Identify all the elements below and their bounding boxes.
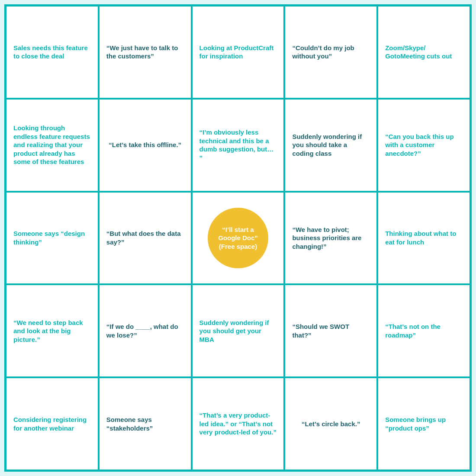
bingo-cell-r3c2[interactable]: Suddenly wondering if you should get you… [192, 284, 285, 377]
cell-text-r3c2: Suddenly wondering if you should get you… [199, 318, 277, 344]
cell-text-r1c4: “Can you back this up with a customer an… [385, 132, 463, 158]
bingo-cell-r1c2[interactable]: “I’m obviously less technical and this b… [192, 99, 285, 192]
bingo-cell-r0c1[interactable]: “We just have to talk to the customers” [99, 6, 192, 99]
cell-text-r0c1: “We just have to talk to the customers” [106, 44, 184, 61]
cell-text-r4c3: “Let’s circle back.” [302, 420, 360, 428]
cell-text-r1c2: “I’m obviously less technical and this b… [199, 128, 277, 162]
cell-text-r2c4: Thinking about what to eat for lunch [385, 229, 463, 246]
bingo-board: Sales needs this feature to close the de… [4, 4, 472, 472]
bingo-cell-r4c0[interactable]: Considering registering for another webi… [6, 377, 99, 470]
bingo-cell-r3c0[interactable]: “We need to step back and look at the bi… [6, 284, 99, 377]
cell-text-r4c0: Considering registering for another webi… [13, 415, 91, 432]
cell-text-r3c3: “Should we SWOT that?” [292, 322, 370, 339]
free-space-circle: “I’ll start a Google Doc” (Free space) [208, 208, 268, 268]
bingo-cell-r4c2[interactable]: “That’s a very product-led idea.” or “Th… [192, 377, 285, 470]
bingo-cell-r2c2[interactable]: “I’ll start a Google Doc” (Free space) [192, 192, 285, 285]
bingo-cell-r0c4[interactable]: Zoom/Skype/ GotoMeeting cuts out [377, 6, 470, 99]
cell-text-r3c1: “If we do ____, what do we lose?” [106, 322, 184, 339]
cell-text-r2c3: “We have to pivot; business priorities a… [292, 225, 370, 251]
bingo-cell-r3c1[interactable]: “If we do ____, what do we lose?” [99, 284, 192, 377]
bingo-cell-r2c0[interactable]: Someone says “design thinking” [6, 192, 99, 285]
bingo-cell-r0c2[interactable]: Looking at ProductCraft for inspiration [192, 6, 285, 99]
cell-text-r1c0: Looking through endless feature requests… [13, 124, 91, 166]
bingo-cell-r3c3[interactable]: “Should we SWOT that?” [284, 284, 377, 377]
free-space-label: “I’ll start a Google Doc” (Free space) [215, 225, 261, 251]
bingo-cell-r2c3[interactable]: “We have to pivot; business priorities a… [284, 192, 377, 285]
bingo-cell-r4c3[interactable]: “Let’s circle back.” [284, 377, 377, 470]
cell-text-r3c4: “That’s not on the roadmap” [385, 322, 463, 339]
cell-text-r2c1: “But what does the data say?” [106, 229, 184, 246]
bingo-cell-r2c4[interactable]: Thinking about what to eat for lunch [377, 192, 470, 285]
bingo-cell-r2c1[interactable]: “But what does the data say?” [99, 192, 192, 285]
bingo-cell-r4c1[interactable]: Someone says “stakeholders” [99, 377, 192, 470]
cell-text-r4c4: Someone brings up “product ops” [385, 415, 463, 432]
cell-text-r0c4: Zoom/Skype/ GotoMeeting cuts out [385, 44, 463, 61]
bingo-cell-r1c0[interactable]: Looking through endless feature requests… [6, 99, 99, 192]
bingo-cell-r1c3[interactable]: Suddenly wondering if you should take a … [284, 99, 377, 192]
cell-text-r0c2: Looking at ProductCraft for inspiration [199, 44, 277, 61]
bingo-cell-r4c4[interactable]: Someone brings up “product ops” [377, 377, 470, 470]
cell-text-r3c0: “We need to step back and look at the bi… [13, 318, 91, 344]
cell-text-r2c0: Someone says “design thinking” [13, 229, 91, 246]
bingo-cell-r3c4[interactable]: “That’s not on the roadmap” [377, 284, 470, 377]
cell-text-r4c1: Someone says “stakeholders” [106, 415, 184, 432]
cell-text-r1c1: “Let’s take this offline.” [109, 141, 181, 149]
bingo-cell-r1c4[interactable]: “Can you back this up with a customer an… [377, 99, 470, 192]
bingo-cell-r0c3[interactable]: “Couldn’t do my job without you” [284, 6, 377, 99]
cell-text-r0c0: Sales needs this feature to close the de… [13, 44, 91, 61]
bingo-cell-r1c1[interactable]: “Let’s take this offline.” [99, 99, 192, 192]
cell-text-r4c2: “That’s a very product-led idea.” or “Th… [199, 411, 277, 437]
cell-text-r0c3: “Couldn’t do my job without you” [292, 44, 370, 61]
bingo-cell-r0c0[interactable]: Sales needs this feature to close the de… [6, 6, 99, 99]
cell-text-r1c3: Suddenly wondering if you should take a … [292, 132, 370, 158]
